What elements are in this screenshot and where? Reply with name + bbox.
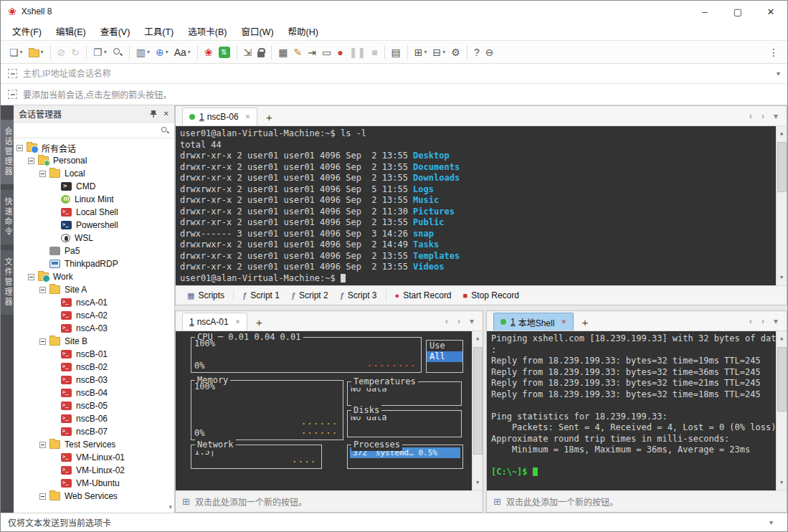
reconnect-icon[interactable]: ↻: [68, 44, 82, 60]
tree-node[interactable]: nscB-05: [14, 399, 174, 412]
tree-node[interactable]: nscB-02: [14, 361, 174, 374]
tree-node[interactable]: nscB-07: [14, 425, 174, 438]
script-1-button[interactable]: ƒScript 1: [237, 288, 285, 303]
new-tab-button[interactable]: +: [261, 108, 277, 125]
expander-icon[interactable]: [39, 493, 46, 500]
menu-item[interactable]: 帮助(H): [281, 24, 326, 38]
scroll-down-icon[interactable]: ▼: [476, 475, 479, 491]
tab-scroll-right-icon[interactable]: ›: [457, 317, 460, 326]
add-session-arrow-icon[interactable]: [8, 90, 17, 99]
encoding-globe-icon[interactable]: ⊕▾: [153, 44, 171, 60]
tree-node[interactable]: Personal: [14, 154, 174, 167]
host-address-input[interactable]: [23, 69, 769, 79]
highlighter-pen-icon[interactable]: ✎: [290, 44, 305, 60]
tree-node[interactable]: CMD: [14, 180, 174, 193]
tree-node[interactable]: Work: [14, 270, 174, 283]
record-icon[interactable]: ●: [334, 44, 346, 60]
terminal-scrollbar[interactable]: ▲ ▼: [776, 331, 787, 490]
pane-splitter[interactable]: [175, 305, 787, 310]
tree-node[interactable]: VM-Linux-01: [14, 451, 174, 464]
zoom-clock-icon[interactable]: ⊖: [483, 44, 497, 60]
tab-scroll-left-icon[interactable]: ‹: [445, 317, 448, 326]
tree-node[interactable]: WSL: [14, 232, 174, 244]
tab-close-icon[interactable]: ✕: [561, 318, 566, 326]
tab-scroll-right-icon[interactable]: ›: [761, 317, 764, 326]
scrollbar-thumb[interactable]: [777, 142, 787, 192]
menu-item[interactable]: 文件(F): [5, 24, 49, 38]
expander-icon[interactable]: [39, 287, 46, 293]
tree-node[interactable]: nscA-02: [14, 309, 174, 322]
menu-item[interactable]: 查看(V): [93, 24, 138, 38]
disconnect-icon[interactable]: ⊘: [54, 44, 69, 60]
send-text-icon[interactable]: ⇥: [305, 44, 319, 60]
find-icon[interactable]: [110, 45, 125, 60]
new-tab-button[interactable]: +: [251, 313, 267, 331]
dock-tab[interactable]: 快速命令: [1, 190, 14, 244]
xftp-transfer-icon[interactable]: ⇅: [216, 44, 233, 60]
address-dropdown-icon[interactable]: ▾: [769, 70, 787, 77]
scroll-down-icon[interactable]: ▼: [780, 475, 783, 491]
menu-item[interactable]: 工具(T): [137, 24, 181, 38]
tree-node[interactable]: Powershell: [14, 219, 174, 232]
quick-button-bar[interactable]: ⊞ 双击此处添加一个新的按钮。: [487, 490, 787, 512]
settings-gear-icon[interactable]: ⚙: [448, 44, 463, 60]
tab-scroll-left-icon[interactable]: ‹: [749, 112, 752, 120]
scrollbar-thumb[interactable]: [473, 347, 483, 455]
tab-nscA-01[interactable]: 1 nscA-01 ✕: [182, 313, 247, 331]
tab-nscB-06[interactable]: 1 nscB-06 ✕: [182, 108, 257, 125]
search-icon[interactable]: [161, 126, 169, 135]
tree-scroll-down-icon[interactable]: ▾: [168, 503, 172, 510]
tree-node[interactable]: Pa5: [14, 244, 174, 257]
tree-node[interactable]: ThinkpadRDP: [14, 257, 174, 270]
scroll-up-icon[interactable]: ▲: [476, 331, 479, 347]
tab-scroll-right-icon[interactable]: ›: [761, 112, 764, 120]
stop-record-button[interactable]: ■Stop Record: [457, 288, 525, 303]
expander-icon[interactable]: [28, 158, 34, 164]
new-session-icon[interactable]: ❏▾: [6, 44, 26, 60]
minimize-button[interactable]: –: [688, 1, 721, 22]
tree-node[interactable]: 所有会话: [14, 141, 174, 154]
tree-node[interactable]: nscA-03: [14, 322, 174, 335]
tab-menu-icon[interactable]: ▾: [774, 112, 778, 120]
system-monitor-terminal[interactable]: CPU ─ 0.01 0.04 0.01 100% 0% ········ Us…: [176, 331, 472, 490]
fullscreen-icon[interactable]: ⇲: [241, 44, 255, 60]
expander-icon[interactable]: [28, 274, 34, 280]
duplicate-session-icon[interactable]: ❐▾: [90, 44, 110, 60]
expander-icon[interactable]: [39, 338, 46, 345]
tile-layout-icon[interactable]: ⊟▾: [430, 44, 449, 60]
expander-icon[interactable]: [39, 171, 46, 177]
tree-node[interactable]: Local Shell: [14, 206, 174, 219]
new-tile-icon[interactable]: ⊞▾: [412, 44, 430, 60]
tree-node[interactable]: nscB-06: [14, 412, 174, 425]
quick-button-bar[interactable]: ⊞ 双击此处添加一个新的按钮。: [176, 490, 483, 512]
local-shell-content[interactable]: Pinging xshell.com [18.239.199.33] with …: [487, 331, 776, 490]
maximize-button[interactable]: ▢: [721, 1, 754, 22]
menu-item[interactable]: 选项卡(B): [181, 24, 234, 38]
script-2-button[interactable]: ƒScript 2: [285, 288, 334, 303]
scroll-down-icon[interactable]: ▼: [780, 270, 783, 286]
close-button[interactable]: ✕: [754, 1, 787, 22]
new-tab-button[interactable]: +: [577, 313, 593, 331]
top-terminal-content[interactable]: user01@alan-Virtual-Machine:~$ ls -ltota…: [176, 126, 776, 285]
tree-node[interactable]: VM-Ubuntu: [14, 477, 174, 490]
tab-scroll-left-icon[interactable]: ‹: [749, 317, 752, 326]
compose-bar-icon[interactable]: ▭: [319, 44, 334, 60]
expander-icon[interactable]: [16, 145, 23, 151]
tree-node[interactable]: Site B: [14, 335, 174, 348]
cpu-use-selector[interactable]: Use All: [426, 340, 463, 373]
tab-menu-icon[interactable]: ▾: [774, 317, 778, 326]
tab-menu-icon[interactable]: ▾: [470, 317, 474, 326]
session-search-bar[interactable]: [14, 123, 174, 138]
status-dropdown-icon[interactable]: ▾: [762, 518, 780, 526]
xshell-brand-icon[interactable]: ❀: [201, 44, 216, 60]
tab-close-icon[interactable]: ✕: [245, 113, 251, 120]
expander-icon[interactable]: [39, 442, 46, 448]
stop-record-icon[interactable]: ■: [369, 44, 380, 60]
tree-node[interactable]: nscB-01: [14, 348, 174, 361]
start-record-button[interactable]: ●Start Record: [389, 288, 457, 303]
tree-node[interactable]: nscB-04: [14, 386, 174, 399]
dock-tab[interactable]: 会话管理器: [1, 120, 14, 184]
tab-local-shell[interactable]: 1 本地Shell ✕: [493, 313, 574, 331]
scroll-up-icon[interactable]: ▲: [780, 126, 783, 142]
menu-item[interactable]: 编辑(E): [49, 24, 93, 38]
